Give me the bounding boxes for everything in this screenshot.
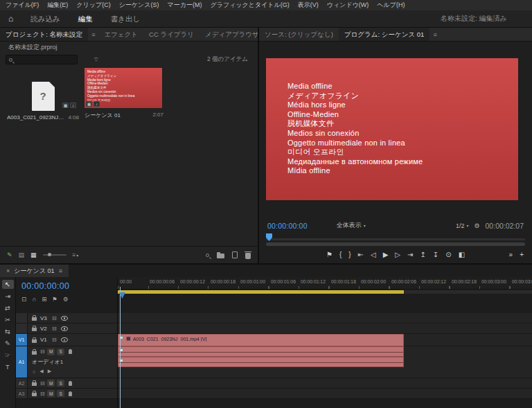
menu-item-view[interactable]: 表示(V) — [294, 0, 323, 10]
source-patch-a1[interactable]: A1 — [16, 346, 28, 378]
audio-track-name[interactable]: オーディオ1 — [30, 357, 117, 366]
export-frame-button[interactable]: ⊙ — [445, 251, 451, 258]
list-view-button[interactable]: ▤ — [19, 251, 25, 258]
razor-tool[interactable]: ✂ — [2, 315, 14, 324]
work-area-bar[interactable] — [118, 290, 404, 294]
tab-media-browser[interactable]: メディアブラウザー — [200, 28, 258, 42]
solo-button[interactable]: S — [57, 380, 64, 387]
source-patch-a2[interactable]: A2 — [16, 378, 28, 388]
sync-lock-icon[interactable]: ⊟ — [52, 337, 57, 343]
source-patch-v1[interactable]: V1 — [16, 334, 28, 346]
timeline-playhead[interactable] — [120, 287, 121, 408]
track-output-icon[interactable] — [61, 337, 68, 342]
timeline-playhead-timecode[interactable]: 00:00:00:00 — [16, 277, 117, 294]
source-patch[interactable] — [16, 323, 28, 333]
tab-edit[interactable]: 編集 — [69, 10, 102, 28]
delete-button[interactable] — [245, 253, 251, 259]
icon-view-button[interactable]: ▦ — [30, 251, 37, 258]
step-back-button[interactable]: ◁ — [371, 251, 376, 258]
sequence-thumbnail[interactable]: Media offline メディアオフライン Média hors ligne… — [85, 68, 162, 108]
pen-tool[interactable]: ✎ — [2, 339, 14, 348]
track-name[interactable]: V2 — [40, 326, 51, 332]
slip-tool[interactable]: ⇆ — [2, 327, 14, 336]
go-to-out-button[interactable]: ⇥ — [407, 251, 413, 258]
button-editor-button[interactable]: + — [520, 251, 524, 258]
track-lock-icon[interactable] — [32, 351, 37, 355]
snap-icon[interactable]: ∩ — [32, 296, 36, 303]
track-lock-icon[interactable] — [32, 339, 37, 343]
tab-program-monitor[interactable]: プログラム: シーケンス 01 — [339, 28, 430, 42]
project-item-sequence[interactable]: Media offline メディアオフライン Média hors ligne… — [85, 68, 163, 119]
voiceover-mic-icon[interactable] — [69, 381, 72, 386]
play-button[interactable]: ▶ — [383, 251, 389, 258]
project-item-clip[interactable]: ? ▦ ♪ A003_C021_0923NJ_001.mp4 4:08 — [7, 71, 79, 121]
sync-lock-icon[interactable]: ⊟ — [40, 391, 45, 397]
voiceover-mic-icon[interactable] — [69, 391, 72, 396]
monitor-scrubber[interactable] — [266, 233, 525, 242]
time-ruler[interactable]: 00:00 00:00:00:06 00:00:00:12 00:00:00:1… — [118, 277, 532, 290]
menu-item-edit[interactable]: 編集(E) — [43, 0, 72, 10]
sync-lock-icon[interactable]: ⊟ — [52, 315, 57, 321]
track-name[interactable]: V1 — [40, 337, 51, 343]
close-icon[interactable]: × — [6, 267, 10, 274]
track-select-forward-tool[interactable]: ⇥ — [2, 292, 14, 301]
lift-button[interactable]: ↥ — [420, 251, 425, 258]
track-lock-icon[interactable] — [32, 393, 37, 396]
tab-effects[interactable]: エフェクト — [98, 28, 143, 42]
tab-sequence-01[interactable]: × シーケンス 01 ≡ — [0, 265, 69, 277]
breadcrumb[interactable]: 名称未設定.prproj — [0, 42, 258, 53]
panel-menu-icon[interactable]: ≡ — [429, 31, 440, 38]
sort-button[interactable]: ≡ ▾ — [73, 252, 79, 258]
search-input[interactable] — [15, 57, 74, 63]
pencil-icon[interactable]: ✎ — [7, 251, 12, 258]
track-output-icon[interactable] — [61, 326, 68, 331]
insert-overwrite-icon[interactable]: ⊡ — [21, 296, 26, 303]
mark-out-button[interactable]: } — [348, 251, 351, 258]
sync-lock-icon[interactable]: ⊟ — [40, 380, 45, 387]
menu-item-window[interactable]: ウィンドウ(W) — [323, 0, 373, 10]
solo-button[interactable]: S — [57, 390, 64, 397]
add-keyframe-icon[interactable]: ○ — [33, 369, 35, 374]
new-bin-button[interactable] — [217, 254, 224, 258]
audio-clip-ch2[interactable] — [118, 357, 404, 367]
home-icon[interactable]: ⌂ — [0, 14, 21, 24]
tab-project[interactable]: プロジェクト: 名称未設定 — [0, 28, 88, 42]
sync-lock-icon[interactable]: ⊟ — [52, 326, 57, 332]
track-lock-icon[interactable] — [32, 328, 37, 331]
playback-resolution-dropdown[interactable]: 1/2 ▾ — [456, 222, 469, 229]
source-patch[interactable] — [16, 313, 28, 323]
audio-clip-ch1[interactable] — [118, 346, 404, 357]
menu-item-help[interactable]: ヘルプ(H) — [373, 0, 409, 10]
selection-tool[interactable]: ↖ — [2, 280, 14, 289]
mute-button[interactable]: M — [47, 390, 55, 397]
track-output-icon[interactable] — [61, 316, 68, 321]
current-timecode[interactable]: 00:00:00:00 — [267, 222, 308, 230]
add-marker-icon[interactable]: ⚑ — [52, 296, 57, 303]
item-name[interactable]: A003_C021_0923NJ_001.mp4 — [7, 114, 64, 121]
menu-item-graphics[interactable]: グラフィックとタイトル(G) — [206, 0, 293, 10]
type-tool[interactable]: T — [2, 362, 14, 371]
extract-button[interactable]: ↧ — [433, 251, 438, 258]
panel-menu-icon[interactable]: ≡ — [88, 31, 98, 38]
linked-selection-icon[interactable]: ⊞ — [42, 296, 46, 303]
zoom-level-dropdown[interactable]: 全体表示 ▾ — [337, 221, 366, 230]
mute-button[interactable]: M — [47, 348, 55, 355]
hand-tool[interactable]: ☞ — [2, 351, 14, 360]
timeline-settings-icon[interactable]: ⚙ — [63, 296, 69, 303]
panel-menu-icon[interactable]: ≡ — [59, 267, 62, 274]
zoom-slider[interactable] — [43, 254, 66, 256]
filter-bin-icon[interactable]: ▽ — [94, 57, 98, 62]
tab-import[interactable]: 読み込み — [21, 10, 69, 28]
go-to-in-button[interactable]: ⇤ — [358, 251, 364, 258]
prev-keyframe-icon[interactable]: ◀ — [39, 369, 43, 374]
tab-source-monitor[interactable]: ソース: (クリップなし) — [259, 28, 339, 42]
source-patch-a3[interactable]: A3 — [16, 389, 28, 398]
tab-cc-libraries[interactable]: CC ライブラリ — [143, 28, 200, 42]
tab-export[interactable]: 書き出し — [102, 10, 150, 28]
monitor-zoom-scrollbar[interactable] — [266, 242, 525, 247]
new-item-button[interactable] — [232, 251, 238, 258]
sync-lock-icon[interactable]: ⊟ — [40, 348, 45, 355]
mark-in-button[interactable]: { — [339, 251, 342, 258]
menu-item-clip[interactable]: クリップ(C) — [72, 0, 114, 10]
compare-view-button[interactable]: ◧ — [459, 251, 465, 258]
